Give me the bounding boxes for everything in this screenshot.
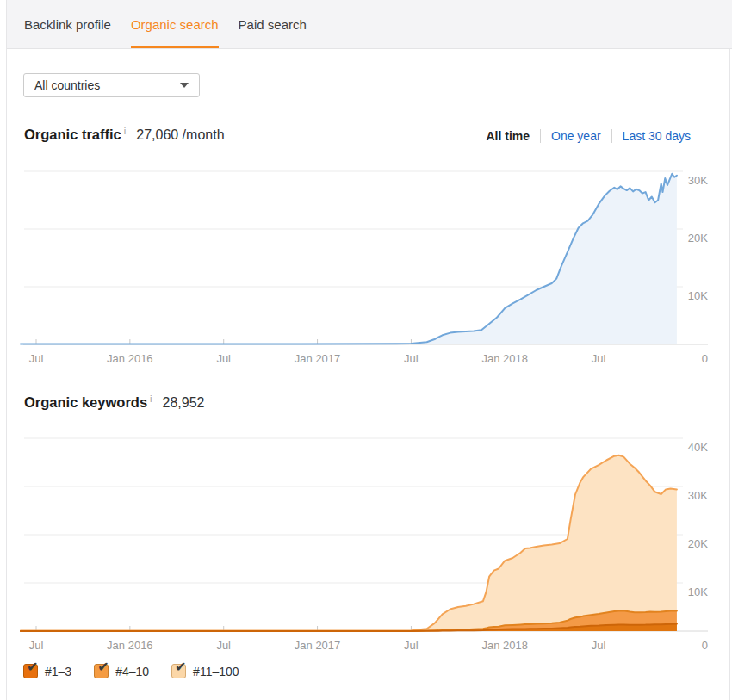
tab-organic-search[interactable]: Organic search: [131, 0, 219, 48]
tab-paid-search[interactable]: Paid search: [239, 0, 307, 48]
svg-text:Jul: Jul: [29, 352, 44, 365]
legend-item-1-3[interactable]: #1–3: [23, 664, 71, 678]
organic-traffic-header: Organic traffic i 27,060 /month: [24, 127, 225, 143]
svg-text:0: 0: [702, 352, 708, 365]
organic-traffic-title: Organic traffic: [24, 127, 121, 143]
range-all-time[interactable]: All time: [486, 129, 530, 143]
organic-traffic-value: 27,060 /month: [136, 127, 224, 143]
svg-text:10K: 10K: [688, 585, 708, 598]
svg-text:Jul: Jul: [29, 639, 44, 652]
svg-text:30K: 30K: [688, 489, 708, 502]
svg-text:Jul: Jul: [404, 639, 419, 652]
organic-keywords-chart[interactable]: JulJan 2016JulJan 2017JulJan 2018Jul010K…: [0, 431, 732, 656]
organic-keywords-value: 28,952: [163, 395, 205, 411]
country-filter-value: All countries: [34, 78, 100, 92]
svg-text:20K: 20K: [688, 232, 708, 245]
svg-text:Jan 2018: Jan 2018: [482, 639, 529, 652]
svg-text:Jul: Jul: [592, 352, 606, 365]
svg-text:Jan 2016: Jan 2016: [107, 352, 153, 365]
svg-text:Jan 2017: Jan 2017: [295, 352, 341, 365]
caret-down-icon: [180, 83, 189, 88]
keywords-legend: #1–3 #4–10 #11–100: [23, 664, 239, 678]
legend-item-4-10[interactable]: #4–10: [94, 664, 149, 678]
svg-text:Jan 2017: Jan 2017: [295, 639, 341, 652]
range-one-year[interactable]: One year: [551, 129, 601, 143]
svg-text:Jul: Jul: [404, 352, 419, 365]
svg-text:10K: 10K: [688, 289, 708, 302]
legend-item-11-100[interactable]: #11–100: [171, 664, 239, 678]
legend-label: #4–10: [115, 665, 149, 678]
svg-text:Jul: Jul: [592, 639, 606, 652]
svg-text:Jul: Jul: [216, 639, 231, 652]
svg-text:Jan 2016: Jan 2016: [107, 639, 153, 652]
info-icon[interactable]: i: [150, 393, 152, 404]
svg-text:30K: 30K: [688, 174, 708, 187]
svg-text:40K: 40K: [688, 441, 708, 454]
svg-text:0: 0: [702, 639, 708, 652]
range-divider: [540, 129, 541, 143]
organic-traffic-chart[interactable]: JulJan 2016JulJan 2017JulJan 2018Jul010K…: [0, 164, 732, 375]
checkbox-checked-icon[interactable]: [171, 664, 186, 678]
time-range-selector: All time One year Last 30 days: [486, 129, 691, 143]
organic-keywords-header: Organic keywords i 28,952: [24, 394, 204, 411]
svg-text:Jul: Jul: [216, 352, 231, 365]
range-last-30-days[interactable]: Last 30 days: [623, 129, 691, 143]
svg-text:Jan 2018: Jan 2018: [482, 352, 529, 365]
legend-label: #1–3: [45, 665, 71, 678]
checkbox-checked-icon[interactable]: [94, 664, 109, 678]
range-divider: [611, 129, 612, 143]
section-tabbar: Backlink profile Organic search Paid sea…: [7, 0, 732, 49]
country-filter-dropdown[interactable]: All countries: [23, 73, 200, 97]
organic-keywords-title: Organic keywords: [24, 394, 147, 411]
tab-backlink-profile[interactable]: Backlink profile: [24, 0, 111, 48]
checkbox-checked-icon[interactable]: [23, 664, 38, 678]
info-icon[interactable]: i: [124, 126, 126, 136]
svg-text:20K: 20K: [688, 537, 708, 550]
legend-label: #11–100: [193, 665, 239, 678]
